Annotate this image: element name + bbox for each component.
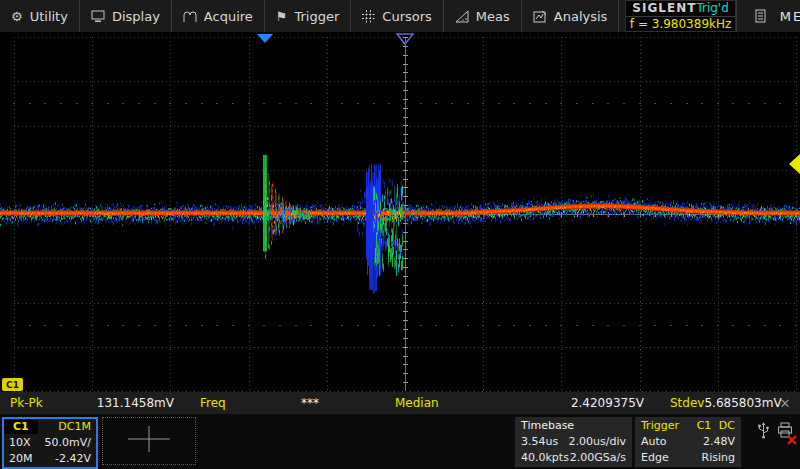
measurement-label: Stdev	[660, 396, 704, 410]
timebase-panel[interactable]: Timebase 3.54us 2.00us/div 40.0kpts 2.00…	[515, 417, 632, 467]
measurement-label: Median	[385, 396, 439, 410]
menu-display[interactable]: Display	[80, 0, 172, 32]
trigger-frequency: f = 3.980389kHz	[626, 17, 734, 32]
trigger-delay-marker[interactable]	[256, 33, 274, 44]
trigger-coupling: DC	[719, 419, 735, 432]
menu-trigger-label: Trigger	[294, 9, 339, 24]
menu-analysis-label: Analysis	[554, 9, 608, 24]
top-menu-bar: ⚙ Utility Display Acquire ⚑ Trigger Curs…	[0, 0, 800, 32]
oscilloscope-screen: ⚙ Utility Display Acquire ⚑ Trigger Curs…	[0, 0, 800, 469]
menu-utility[interactable]: ⚙ Utility	[0, 0, 80, 32]
printer-disabled-icon[interactable]	[777, 422, 794, 443]
brand-logo: SIGLENT	[632, 1, 696, 15]
menu-cursors-label: Cursors	[382, 9, 432, 24]
measure-panel-title: MEASURE	[780, 9, 800, 24]
timebase-memory: 40.0kpts	[521, 451, 569, 465]
menu-acquire[interactable]: Acquire	[172, 0, 265, 32]
channel-offset: -2.42V	[55, 452, 91, 466]
menu-utility-label: Utility	[30, 9, 68, 24]
trigger-position-marker[interactable]	[396, 33, 414, 45]
measurement-bar: Pk-Pk 131.1458mV Freq *** Median 2.42093…	[0, 392, 800, 414]
acquire-icon	[183, 10, 197, 23]
trigger-status-box[interactable]: SIGLENT Trig'd f = 3.980389kHz	[625, 0, 735, 32]
measurement-value: 2.4209375V	[571, 396, 660, 410]
channel-descriptor-box[interactable]: C1 DC1M 10X 50.0mV/ 20M -2.42V	[2, 417, 98, 469]
add-channel-slot[interactable]	[102, 417, 196, 465]
bottom-panel: C1 DC1M 10X 50.0mV/ 20M -2.42V Timebase …	[0, 414, 800, 469]
measure-panel-header[interactable]: MEASURE	[736, 0, 800, 32]
system-icons	[757, 421, 794, 443]
trigger-mode: Auto	[641, 435, 667, 449]
trigger-title: Trigger	[641, 419, 679, 433]
measurement-value: ***	[301, 396, 385, 410]
menu-acquire-label: Acquire	[204, 9, 253, 24]
menu-meas[interactable]: Meas	[444, 0, 522, 32]
channel-probe: 10X	[9, 436, 31, 450]
crosshair-icon	[126, 424, 172, 458]
measurement-stdev[interactable]: Stdev 5.685803mV	[660, 392, 770, 414]
timebase-title: Timebase	[521, 419, 574, 433]
status-top-row: SIGLENT Trig'd	[626, 1, 734, 17]
waveform-display[interactable]	[0, 32, 800, 392]
channel-name: C1	[4, 420, 38, 434]
analysis-icon	[533, 10, 547, 23]
gear-icon: ⚙	[11, 10, 23, 23]
channel-scale: 50.0mV/	[45, 436, 91, 450]
trigger-level: 2.48V	[703, 435, 735, 449]
measurement-pkpk[interactable]: Pk-Pk 131.1458mV	[0, 392, 190, 414]
channel-offset-marker[interactable]: C1	[2, 378, 23, 391]
flag-icon: ⚑	[276, 10, 288, 23]
usb-icon[interactable]	[757, 421, 770, 443]
timebase-sample-rate: 2.00GSa/s	[570, 451, 626, 465]
measurement-median[interactable]: Median 2.4209375V	[385, 392, 660, 414]
trigger-status: Trig'd	[696, 1, 728, 15]
close-icon: ✕	[780, 396, 791, 411]
measurement-label: Freq	[190, 396, 226, 410]
menu-trigger[interactable]: ⚑ Trigger	[265, 0, 352, 32]
trigger-type: Edge	[641, 451, 669, 465]
timebase-delay: 3.54us	[521, 435, 558, 449]
channel-bandwidth: 20M	[9, 452, 33, 466]
measurement-freq[interactable]: Freq ***	[190, 392, 385, 414]
trigger-slope: Rising	[702, 451, 735, 465]
menu-meas-label: Meas	[476, 9, 510, 24]
menu-display-label: Display	[112, 9, 160, 24]
menu-cursors[interactable]: Cursors	[351, 0, 444, 32]
trigger-panel[interactable]: Trigger C1 DC Auto 2.48V Edge Rising	[635, 417, 741, 467]
clipboard-icon	[755, 9, 766, 23]
trigger-source: C1	[697, 419, 712, 432]
measurement-close-button[interactable]: ✕	[770, 392, 800, 414]
cursors-icon	[362, 10, 375, 23]
display-icon	[91, 10, 105, 23]
trigger-level-marker[interactable]	[788, 154, 800, 174]
measurement-value: 131.1458mV	[97, 396, 190, 410]
measurement-label: Pk-Pk	[0, 396, 43, 410]
channel-coupling: DC1M	[58, 420, 91, 434]
menu-analysis[interactable]: Analysis	[522, 0, 620, 32]
meas-ruler-icon	[455, 10, 469, 23]
timebase-scale: 2.00us/div	[569, 435, 626, 449]
